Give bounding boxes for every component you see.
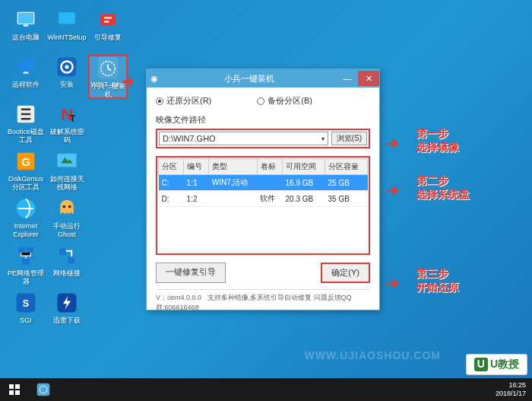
watermark-site: WWW.UJIAOSHOU.COM [304, 349, 441, 361]
svg-point-20 [62, 205, 65, 208]
col-type[interactable]: 类型 [209, 159, 258, 175]
svg-rect-0 [17, 12, 34, 24]
table-row[interactable]: D: 1:2 软件 20.3 GB 35 GB [159, 191, 368, 207]
window-title: 小兵一键装机 [162, 73, 337, 84]
svg-text:S: S [23, 298, 29, 309]
icon-thunder[interactable]: 迅雷下载 [47, 291, 87, 335]
icon-ie[interactable]: Internet Explorer [6, 196, 46, 240]
arrow-icon: ➔ [386, 274, 399, 292]
icon-sgi[interactable]: SSGI [6, 291, 46, 335]
path-row: D:\WIN7.GHO▾ 浏览(S) [156, 129, 370, 148]
watermark-logo: UU教授 [466, 354, 527, 375]
svg-rect-23 [68, 256, 74, 263]
icon-install[interactable]: 安装 [47, 55, 87, 99]
annotation-step2: 第二步选择系统盘 [416, 173, 470, 201]
icon-netlinks[interactable]: 网络链接 [47, 243, 87, 288]
svg-rect-8 [18, 247, 25, 253]
radio-dot-icon [156, 97, 163, 105]
svg-rect-22 [59, 248, 66, 255]
desktop: 这台电脑 远程软件 Bootice磁盘工具 GDiskGenius分区工具 In… [0, 0, 532, 401]
titlebar[interactable]: ◉ 小兵一键装机 — ✕ [147, 69, 379, 88]
svg-text:T: T [70, 113, 76, 124]
icon-this-pc[interactable]: 这台电脑 [6, 8, 46, 52]
svg-rect-37 [37, 383, 50, 396]
svg-point-21 [68, 205, 71, 208]
confirm-button[interactable]: 确定(Y) [321, 263, 370, 283]
partition-table: 分区 编号 类型 卷标 可用空间 分区容量 C: 1:1 WIN7,活动 [158, 158, 368, 253]
icon-wifi-help[interactable]: 如何连接无线网络 [47, 149, 87, 193]
app-body: 还原分区(R) 备份分区(B) 映像文件路径 D:\WIN7.GHO▾ 浏览(S… [147, 88, 379, 320]
tray-date: 2018/1/17 [496, 390, 526, 398]
col-part[interactable]: 分区 [159, 159, 184, 175]
svg-point-16 [65, 65, 69, 69]
annotation-step1: 第一步选择镜像 [416, 126, 459, 154]
arrow-icon: ➔ [386, 181, 399, 199]
svg-rect-13 [59, 12, 75, 24]
svg-rect-36 [15, 390, 20, 395]
col-num[interactable]: 编号 [184, 159, 209, 175]
browse-button[interactable]: 浏览(S) [331, 132, 367, 145]
path-label: 映像文件路径 [156, 114, 370, 126]
arrow-icon: ➔ [122, 72, 135, 91]
status-bar: V：oem4.0.0.0 支持多种镜像,多系统引导自动修复 问题反馈QQ群:60… [156, 289, 370, 313]
icon-diskgenius[interactable]: GDiskGenius分区工具 [6, 149, 46, 193]
col-free[interactable]: 可用空间 [283, 159, 325, 175]
svg-text:G: G [21, 155, 30, 168]
close-button[interactable]: ✕ [358, 71, 379, 86]
radio-restore[interactable]: 还原分区(R) [156, 95, 211, 107]
annotation-step3: 第三步开始还原 [416, 266, 459, 294]
app-window: ◉ 小兵一键装机 — ✕ 还原分区(R) 备份分区(B) 映像文件路径 D:\W… [146, 68, 380, 310]
col-vol[interactable]: 卷标 [257, 159, 282, 175]
svg-rect-9 [27, 247, 33, 253]
icon-pe-network[interactable]: PE网络管理器 [6, 243, 46, 288]
svg-rect-1 [24, 25, 29, 27]
svg-rect-33 [9, 384, 14, 389]
system-tray[interactable]: 16:25 2018/1/17 [489, 381, 532, 398]
radio-dot-icon [257, 97, 264, 105]
arrow-icon: ➔ [386, 134, 399, 152]
repair-boot-button[interactable]: 一键修复引导 [156, 263, 226, 283]
minimize-button[interactable]: — [337, 71, 358, 86]
image-path-input[interactable]: D:\WIN7.GHO▾ [159, 132, 328, 145]
icon-ghost[interactable]: 手动运行Ghost [47, 196, 87, 240]
svg-rect-25 [100, 14, 116, 26]
partition-table-wrap: 分区 编号 类型 卷标 可用空间 分区容量 C: 1:1 WIN7,活动 [156, 156, 370, 255]
svg-rect-2 [17, 59, 34, 71]
app-icon: ◉ [147, 74, 162, 84]
svg-rect-34 [15, 384, 20, 389]
svg-rect-10 [22, 259, 30, 265]
table-row[interactable]: C: 1:1 WIN7,活动 16.9 GB 25 GB [159, 175, 368, 191]
icon-crack-pwd[interactable]: NT破解系统密码 [47, 102, 87, 146]
taskbar-app[interactable] [29, 378, 58, 401]
dropdown-icon[interactable]: ▾ [321, 135, 325, 142]
svg-rect-3 [24, 72, 29, 74]
icon-winntsetup[interactable]: WinNTSetup [47, 8, 87, 52]
svg-rect-35 [9, 390, 14, 395]
icon-remote[interactable]: 远程软件 [6, 55, 46, 99]
radio-backup[interactable]: 备份分区(B) [257, 95, 312, 107]
taskbar: 16:25 2018/1/17 [0, 378, 532, 401]
icon-boot-repair[interactable]: 引导修复 [88, 8, 128, 52]
tray-time: 16:25 [496, 381, 526, 390]
icon-bootice[interactable]: Bootice磁盘工具 [6, 102, 46, 146]
col-size[interactable]: 分区容量 [325, 159, 367, 175]
start-button[interactable] [0, 378, 29, 401]
